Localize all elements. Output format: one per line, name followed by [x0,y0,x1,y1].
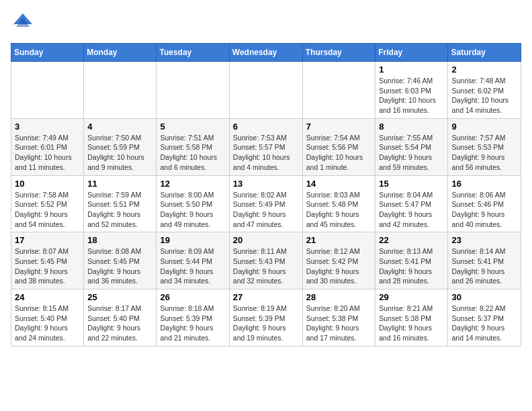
day-cell: 7Sunrise: 7:54 AM Sunset: 5:56 PM Daylig… [302,118,375,175]
day-info: Sunrise: 8:08 AM Sunset: 5:45 PM Dayligh… [87,247,141,285]
day-info: Sunrise: 7:48 AM Sunset: 6:02 PM Dayligh… [451,77,508,114]
logo [11,11,38,35]
day-info: Sunrise: 8:00 AM Sunset: 5:50 PM Dayligh… [160,191,214,228]
day-number: 24 [15,292,80,302]
day-cell: 28Sunrise: 8:20 AM Sunset: 5:38 PM Dayli… [302,289,375,347]
day-cell: 14Sunrise: 8:03 AM Sunset: 5:48 PM Dayli… [302,175,375,232]
day-info: Sunrise: 8:03 AM Sunset: 5:48 PM Dayligh… [306,191,360,228]
day-cell [229,62,302,119]
day-cell: 17Sunrise: 8:07 AM Sunset: 5:45 PM Dayli… [11,232,84,289]
day-number: 11 [87,179,152,189]
day-info: Sunrise: 8:21 AM Sunset: 5:38 PM Dayligh… [379,304,433,342]
day-number: 22 [379,235,444,245]
day-cell: 6Sunrise: 7:53 AM Sunset: 5:57 PM Daylig… [229,118,302,175]
day-cell [11,62,84,119]
day-number: 2 [451,64,517,75]
week-row-1: 3Sunrise: 7:49 AM Sunset: 6:01 PM Daylig… [11,118,521,175]
day-info: Sunrise: 8:07 AM Sunset: 5:45 PM Dayligh… [15,247,69,285]
day-cell [157,62,229,119]
day-info: Sunrise: 7:50 AM Sunset: 5:59 PM Dayligh… [87,134,144,171]
day-number: 5 [160,122,225,132]
day-number: 12 [160,179,225,189]
day-info: Sunrise: 7:55 AM Sunset: 5:54 PM Dayligh… [379,134,433,171]
calendar-table: SundayMondayTuesdayWednesdayThursdayFrid… [11,43,521,347]
day-number: 8 [379,122,444,132]
day-number: 23 [451,235,517,245]
col-header-monday: Monday [84,44,157,62]
day-number: 26 [160,292,225,302]
day-cell: 30Sunrise: 8:22 AM Sunset: 5:37 PM Dayli… [448,289,521,347]
day-cell: 4Sunrise: 7:50 AM Sunset: 5:59 PM Daylig… [84,118,157,175]
day-number: 16 [451,179,517,189]
day-cell: 22Sunrise: 8:13 AM Sunset: 5:41 PM Dayli… [375,232,448,289]
col-header-thursday: Thursday [302,44,375,62]
day-info: Sunrise: 8:13 AM Sunset: 5:41 PM Dayligh… [379,247,433,285]
day-info: Sunrise: 8:12 AM Sunset: 5:42 PM Dayligh… [306,247,360,285]
col-header-tuesday: Tuesday [157,44,229,62]
day-info: Sunrise: 8:19 AM Sunset: 5:39 PM Dayligh… [233,304,287,342]
day-info: Sunrise: 7:57 AM Sunset: 5:53 PM Dayligh… [451,134,505,171]
col-header-wednesday: Wednesday [229,44,302,62]
day-number: 17 [15,235,80,245]
day-info: Sunrise: 8:18 AM Sunset: 5:39 PM Dayligh… [160,304,214,342]
day-cell: 8Sunrise: 7:55 AM Sunset: 5:54 PM Daylig… [375,118,448,175]
day-number: 14 [306,179,372,189]
day-number: 21 [306,235,372,245]
col-header-friday: Friday [375,44,448,62]
day-cell: 13Sunrise: 8:02 AM Sunset: 5:49 PM Dayli… [229,175,302,232]
day-cell: 1Sunrise: 7:46 AM Sunset: 6:03 PM Daylig… [375,62,448,119]
day-cell [302,62,375,119]
day-number: 1 [379,64,444,75]
day-cell: 25Sunrise: 8:17 AM Sunset: 5:40 PM Dayli… [84,289,157,347]
day-info: Sunrise: 7:58 AM Sunset: 5:52 PM Dayligh… [15,191,69,228]
day-number: 28 [306,292,372,302]
header-row: SundayMondayTuesdayWednesdayThursdayFrid… [11,44,521,62]
day-number: 20 [233,235,299,245]
day-number: 30 [451,292,517,302]
day-info: Sunrise: 8:09 AM Sunset: 5:44 PM Dayligh… [160,247,214,285]
day-cell: 12Sunrise: 8:00 AM Sunset: 5:50 PM Dayli… [157,175,229,232]
day-cell: 2Sunrise: 7:48 AM Sunset: 6:02 PM Daylig… [448,62,521,119]
day-info: Sunrise: 8:02 AM Sunset: 5:49 PM Dayligh… [233,191,287,228]
day-info: Sunrise: 8:20 AM Sunset: 5:38 PM Dayligh… [306,304,360,342]
day-number: 29 [379,292,444,302]
day-info: Sunrise: 7:59 AM Sunset: 5:51 PM Dayligh… [87,191,141,228]
day-cell: 27Sunrise: 8:19 AM Sunset: 5:39 PM Dayli… [229,289,302,347]
day-info: Sunrise: 8:17 AM Sunset: 5:40 PM Dayligh… [87,304,141,342]
day-info: Sunrise: 7:46 AM Sunset: 6:03 PM Dayligh… [379,77,436,114]
day-number: 15 [379,179,444,189]
day-cell: 29Sunrise: 8:21 AM Sunset: 5:38 PM Dayli… [375,289,448,347]
day-number: 18 [87,235,152,245]
day-number: 6 [233,122,299,132]
week-row-4: 24Sunrise: 8:15 AM Sunset: 5:40 PM Dayli… [11,289,521,347]
day-cell: 21Sunrise: 8:12 AM Sunset: 5:42 PM Dayli… [302,232,375,289]
col-header-saturday: Saturday [448,44,521,62]
day-cell: 19Sunrise: 8:09 AM Sunset: 5:44 PM Dayli… [157,232,229,289]
day-info: Sunrise: 7:49 AM Sunset: 6:01 PM Dayligh… [15,134,72,171]
day-cell: 15Sunrise: 8:04 AM Sunset: 5:47 PM Dayli… [375,175,448,232]
day-info: Sunrise: 7:54 AM Sunset: 5:56 PM Dayligh… [306,134,363,171]
day-number: 13 [233,179,299,189]
day-cell [84,62,157,119]
day-info: Sunrise: 8:22 AM Sunset: 5:37 PM Dayligh… [451,304,505,342]
col-header-sunday: Sunday [11,44,84,62]
day-number: 19 [160,235,225,245]
week-row-2: 10Sunrise: 7:58 AM Sunset: 5:52 PM Dayli… [11,175,521,232]
header [11,11,521,35]
day-cell: 9Sunrise: 7:57 AM Sunset: 5:53 PM Daylig… [448,118,521,175]
day-cell: 26Sunrise: 8:18 AM Sunset: 5:39 PM Dayli… [157,289,229,347]
logo-icon [11,11,35,35]
day-info: Sunrise: 7:51 AM Sunset: 5:58 PM Dayligh… [160,134,217,171]
day-info: Sunrise: 8:14 AM Sunset: 5:41 PM Dayligh… [451,247,505,285]
week-row-3: 17Sunrise: 8:07 AM Sunset: 5:45 PM Dayli… [11,232,521,289]
day-info: Sunrise: 8:04 AM Sunset: 5:47 PM Dayligh… [379,191,433,228]
day-cell: 3Sunrise: 7:49 AM Sunset: 6:01 PM Daylig… [11,118,84,175]
day-cell: 16Sunrise: 8:06 AM Sunset: 5:46 PM Dayli… [448,175,521,232]
day-cell: 10Sunrise: 7:58 AM Sunset: 5:52 PM Dayli… [11,175,84,232]
week-row-0: 1Sunrise: 7:46 AM Sunset: 6:03 PM Daylig… [11,62,521,119]
day-number: 3 [15,122,80,132]
day-cell: 24Sunrise: 8:15 AM Sunset: 5:40 PM Dayli… [11,289,84,347]
day-info: Sunrise: 7:53 AM Sunset: 5:57 PM Dayligh… [233,134,290,171]
day-number: 25 [87,292,152,302]
day-number: 9 [451,122,517,132]
